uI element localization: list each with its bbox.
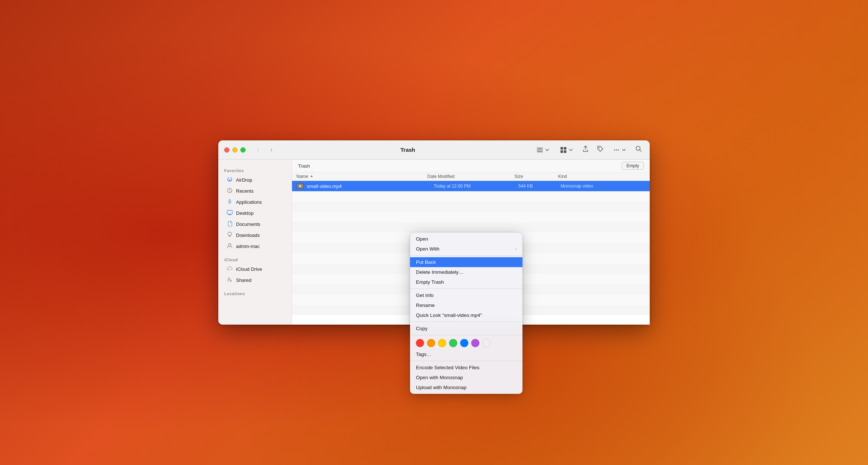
list-icon — [536, 146, 544, 154]
view-list-button[interactable] — [533, 145, 552, 155]
sidebar-item-desktop[interactable]: Desktop — [221, 208, 289, 218]
table-row[interactable]: small-video.mp4 Today at 12:00 PM 544 KB… — [292, 181, 650, 191]
menu-item-empty-trash[interactable]: Empty Trash — [410, 277, 522, 287]
sidebar-item-admin[interactable]: admin-mac — [221, 241, 289, 252]
color-tag-purple[interactable] — [471, 339, 479, 347]
sidebar-label-documents: Documents — [236, 221, 260, 227]
svg-point-18 — [228, 278, 230, 280]
svg-rect-4 — [564, 147, 566, 150]
search-button[interactable] — [633, 144, 644, 156]
svg-line-12 — [640, 150, 641, 151]
svg-rect-15 — [227, 210, 232, 214]
file-name: small-video.mp4 — [307, 183, 434, 189]
window-title: Trash — [282, 147, 533, 153]
forward-button[interactable]: › — [266, 145, 277, 155]
search-icon — [635, 145, 642, 153]
sidebar-item-shared[interactable]: Shared — [221, 275, 289, 286]
separator-4 — [410, 335, 522, 335]
separator-3 — [410, 322, 522, 322]
favorites-label: Favorites — [218, 167, 292, 174]
menu-item-get-info[interactable]: Get Info — [410, 290, 522, 300]
menu-item-put-back[interactable]: Put Back — [410, 257, 522, 267]
svg-rect-1 — [537, 150, 543, 150]
locations-label: Locations — [218, 290, 292, 297]
sidebar-label-applications: Applications — [236, 199, 262, 205]
svg-point-7 — [599, 147, 600, 148]
separator-1 — [410, 255, 522, 256]
sort-icon — [310, 175, 313, 178]
desktop-svg — [227, 210, 233, 216]
col-kind-header[interactable]: Kind — [558, 174, 646, 179]
menu-item-quick-look[interactable]: Quick Look "small-video.mp4" — [410, 310, 522, 320]
col-name-header[interactable]: Name — [296, 174, 427, 179]
view-grid-button[interactable] — [557, 145, 576, 155]
menu-item-rename[interactable]: Rename — [410, 300, 522, 310]
file-size: 544 KB — [518, 183, 561, 189]
traffic-lights — [224, 147, 246, 153]
menu-item-open[interactable]: Open — [410, 234, 522, 244]
close-button[interactable] — [224, 147, 229, 153]
color-tag-none[interactable] — [482, 339, 490, 347]
minimize-button[interactable] — [232, 147, 237, 153]
title-bar: ‹ › Trash — [218, 140, 650, 160]
sidebar: Favorites AirDrop — [218, 160, 292, 325]
sidebar-item-icloud-drive[interactable]: iCloud Drive — [221, 264, 289, 275]
file-date: Today at 12:00 PM — [434, 183, 518, 189]
separator-5 — [410, 361, 522, 361]
breadcrumb: Trash — [298, 163, 310, 169]
color-tag-blue[interactable] — [460, 339, 468, 347]
menu-item-encode[interactable]: Encode Selected Video Files — [410, 363, 522, 373]
sidebar-item-documents[interactable]: Documents — [221, 219, 289, 230]
svg-rect-2 — [537, 151, 543, 152]
empty-button[interactable]: Empty — [622, 162, 644, 170]
sidebar-item-applications[interactable]: Applications — [221, 197, 289, 207]
icloud-label: iCloud — [218, 256, 292, 263]
shared-svg — [227, 277, 233, 283]
sidebar-item-downloads[interactable]: Downloads — [221, 230, 289, 241]
color-tags-row — [410, 337, 522, 349]
back-button[interactable]: ‹ — [253, 145, 263, 155]
svg-rect-6 — [564, 150, 566, 153]
documents-icon — [226, 221, 233, 228]
col-size-header[interactable]: Size — [514, 174, 558, 179]
share-button[interactable] — [580, 144, 591, 156]
nav-buttons: ‹ › — [253, 145, 277, 155]
menu-item-open-monosnap[interactable]: Open with Monosnap — [410, 373, 522, 382]
downloads-svg — [227, 232, 233, 238]
finder-window: ‹ › Trash — [218, 140, 650, 325]
svg-rect-0 — [537, 148, 543, 148]
color-tag-yellow[interactable] — [438, 339, 446, 347]
downloads-icon — [226, 232, 233, 239]
menu-item-upload-monosnap[interactable]: Upload with Monosnap — [410, 382, 522, 392]
menu-item-open-with[interactable]: Open With › — [410, 244, 522, 254]
color-tag-green[interactable] — [449, 339, 457, 347]
grid-chevron-icon — [569, 148, 573, 152]
sidebar-label-shared: Shared — [236, 277, 251, 283]
admin-svg — [227, 243, 233, 249]
sidebar-item-recents[interactable]: Recents — [221, 186, 289, 196]
sidebar-label-recents: Recents — [236, 188, 254, 194]
maximize-button[interactable] — [240, 147, 246, 153]
more-button[interactable] — [610, 145, 629, 155]
svg-point-10 — [618, 149, 619, 150]
documents-svg — [227, 221, 233, 227]
recents-svg — [227, 188, 233, 193]
tag-button[interactable] — [595, 144, 605, 156]
empty-row-4 — [292, 222, 650, 232]
color-tag-red[interactable] — [416, 339, 424, 347]
menu-item-copy[interactable]: Copy — [410, 324, 522, 333]
video-file-icon — [297, 184, 303, 188]
menu-item-tags[interactable]: Tags… — [410, 349, 522, 359]
menu-item-delete-immediately[interactable]: Delete Immediately… — [410, 267, 522, 277]
sidebar-item-airdrop[interactable]: AirDrop — [221, 175, 289, 185]
svg-point-17 — [229, 244, 231, 246]
color-tag-orange[interactable] — [427, 339, 435, 347]
view-chevron-icon — [545, 148, 549, 152]
svg-point-11 — [636, 146, 640, 150]
sidebar-label-downloads: Downloads — [236, 232, 260, 238]
file-kind: Monosnap video — [561, 183, 646, 189]
col-date-header[interactable]: Date Modified — [427, 174, 515, 179]
admin-icon — [226, 243, 233, 250]
svg-point-8 — [614, 149, 615, 150]
context-menu: Open Open With › Put Back Delete Immedia… — [410, 232, 522, 394]
